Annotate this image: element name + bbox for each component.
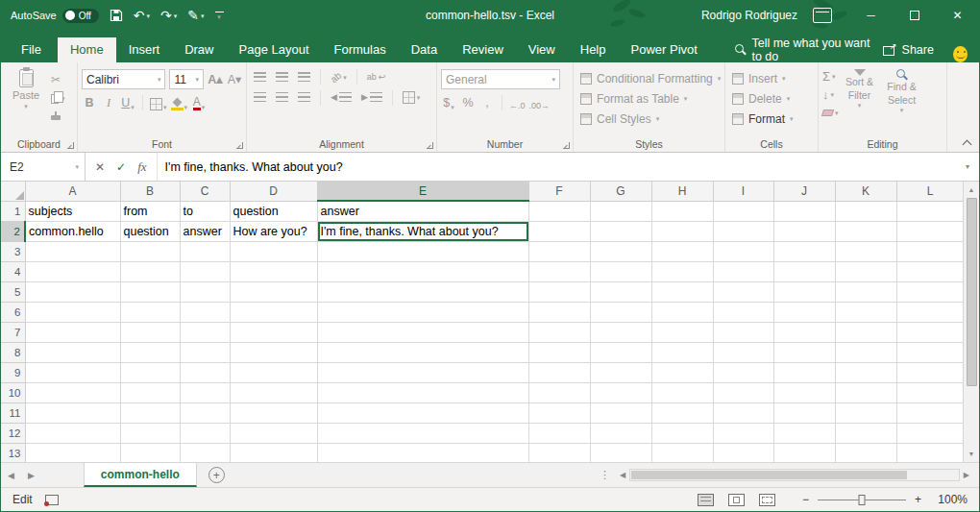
cell-B2[interactable]: question — [120, 221, 180, 241]
user-account[interactable]: Rodrigo Rodriguez — [701, 9, 797, 22]
cell-K8[interactable] — [835, 342, 896, 362]
increase-indent-button[interactable]: ▶ — [358, 90, 385, 105]
grow-font-button[interactable]: A▴ — [208, 71, 223, 87]
cell-C7[interactable] — [180, 322, 230, 342]
bold-button[interactable]: B — [82, 94, 97, 110]
horizontal-scroll-track[interactable] — [629, 469, 960, 481]
decrease-indent-button[interactable]: ◀ — [328, 90, 355, 105]
cell-A11[interactable] — [25, 402, 120, 423]
cell-D5[interactable] — [230, 281, 317, 302]
delete-cells-button[interactable]: Delete ▾ — [729, 89, 814, 108]
row-header-4[interactable]: 4 — [1, 261, 25, 281]
row-header-10[interactable]: 10 — [1, 382, 25, 402]
cell-F6[interactable] — [528, 302, 590, 322]
merge-center-button[interactable]: ▾ — [400, 89, 424, 106]
name-box[interactable]: E2 ▾ — [1, 153, 86, 181]
cell-C1[interactable]: to — [180, 201, 230, 221]
format-cells-button[interactable]: Format ▾ — [729, 110, 814, 128]
cell-D4[interactable] — [230, 261, 317, 281]
cell-C13[interactable] — [180, 443, 230, 462]
insert-cells-button[interactable]: Insert ▾ — [729, 69, 814, 87]
cell-C10[interactable] — [180, 382, 230, 402]
cell-H9[interactable] — [651, 362, 713, 382]
cell-B13[interactable] — [120, 443, 180, 462]
cell-A12[interactable] — [25, 423, 120, 443]
insert-function-button[interactable]: fx — [137, 159, 146, 175]
font-color-button[interactable]: A▾ — [191, 94, 207, 110]
cell-G11[interactable] — [590, 402, 651, 423]
cell-F4[interactable] — [528, 261, 590, 281]
cell-A5[interactable] — [25, 281, 120, 302]
cell-G4[interactable] — [590, 261, 651, 281]
cell-I12[interactable] — [713, 423, 773, 443]
cell-E12[interactable] — [317, 423, 528, 443]
cell-I4[interactable] — [713, 261, 773, 281]
zoom-slider[interactable] — [818, 500, 906, 500]
column-header-G[interactable]: G — [590, 182, 651, 201]
underline-button[interactable]: U▾ — [120, 94, 135, 110]
cell-E9[interactable] — [317, 362, 528, 382]
cell-H5[interactable] — [651, 281, 713, 302]
tab-power-pivot[interactable]: Power Pivot — [619, 37, 710, 62]
cell-G5[interactable] — [590, 281, 651, 302]
vertical-scroll-thumb[interactable] — [967, 198, 977, 386]
cell-H12[interactable] — [651, 423, 713, 443]
cell-H6[interactable] — [651, 302, 713, 322]
tab-view[interactable]: View — [516, 37, 568, 62]
formula-input[interactable]: I'm fine, thanks. What about you? — [158, 153, 956, 181]
row-header-7[interactable]: 7 — [1, 322, 25, 342]
cell-E8[interactable] — [317, 342, 528, 362]
cell-L1[interactable] — [896, 201, 963, 221]
increase-decimal-button[interactable]: ←.0 — [509, 94, 526, 110]
number-format-combo[interactable]: General ▾ — [441, 69, 560, 89]
cell-L12[interactable] — [896, 423, 963, 443]
cell-A3[interactable] — [25, 241, 120, 261]
cell-F13[interactable] — [528, 443, 590, 462]
share-button[interactable]: Share — [883, 37, 934, 62]
macro-record-button[interactable] — [45, 495, 59, 505]
cell-L4[interactable] — [896, 261, 963, 281]
cell-E13[interactable] — [317, 443, 528, 462]
alignment-dialog-launcher[interactable] — [427, 142, 433, 149]
column-header-D[interactable]: D — [230, 182, 317, 201]
tab-formulas[interactable]: Formulas — [322, 37, 399, 62]
font-dialog-launcher[interactable] — [236, 142, 243, 149]
cell-H7[interactable] — [651, 322, 713, 342]
cell-D2[interactable]: How are you? — [230, 221, 317, 241]
cell-F7[interactable] — [528, 322, 590, 342]
cell-F1[interactable] — [528, 201, 590, 221]
cell-E11[interactable] — [317, 402, 528, 423]
cell-G13[interactable] — [590, 443, 651, 462]
align-top-button[interactable] — [251, 70, 269, 85]
align-bottom-button[interactable] — [295, 70, 313, 85]
cell-G10[interactable] — [590, 382, 651, 402]
cell-I1[interactable] — [713, 201, 773, 221]
cell-H3[interactable] — [651, 241, 713, 261]
cell-L5[interactable] — [896, 281, 963, 302]
row-header-12[interactable]: 12 — [1, 423, 25, 443]
tab-review[interactable]: Review — [450, 37, 516, 62]
previous-sheet-button[interactable]: ◀ — [1, 471, 21, 480]
accounting-format-button[interactable]: $▾ — [441, 94, 456, 110]
conditional-formatting-button[interactable]: Conditional Formatting ▾ — [577, 69, 721, 87]
cell-K9[interactable] — [835, 362, 896, 382]
cell-K4[interactable] — [835, 261, 896, 281]
cell-J8[interactable] — [773, 342, 835, 362]
row-header-1[interactable]: 1 — [1, 201, 25, 221]
tab-page-layout[interactable]: Page Layout — [227, 37, 322, 62]
cell-L13[interactable] — [896, 443, 963, 462]
cell-C2[interactable]: answer — [180, 221, 230, 241]
borders-button[interactable]: ▾ — [150, 94, 167, 110]
cell-K11[interactable] — [835, 402, 896, 423]
column-header-L[interactable]: L — [896, 182, 963, 201]
cell-G1[interactable] — [590, 201, 651, 221]
tell-me-search[interactable]: Tell me what you want to do — [735, 37, 883, 62]
cell-E6[interactable] — [317, 302, 528, 322]
cell-H2[interactable] — [651, 221, 713, 241]
cell-J10[interactable] — [773, 382, 835, 402]
cell-H10[interactable] — [651, 382, 713, 402]
cell-J13[interactable] — [773, 443, 835, 462]
cell-I8[interactable] — [713, 342, 773, 362]
cell-J2[interactable] — [773, 221, 835, 241]
align-right-button[interactable] — [295, 90, 313, 105]
